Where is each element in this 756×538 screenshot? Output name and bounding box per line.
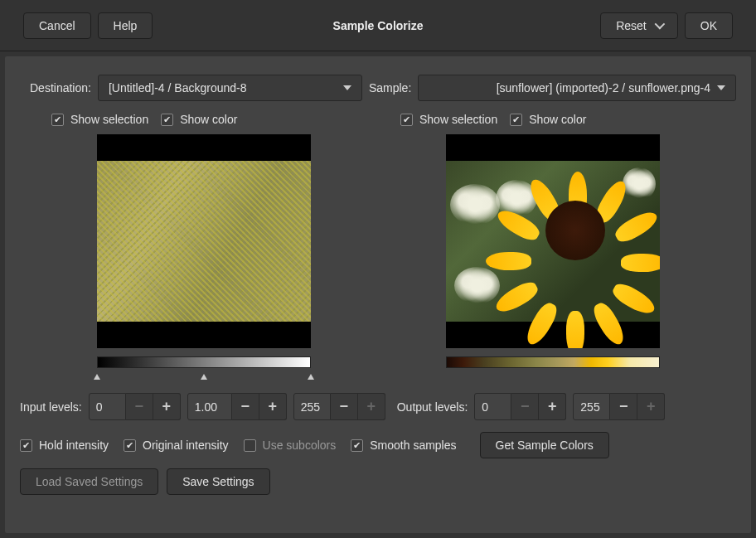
cancel-button[interactable]: Cancel bbox=[23, 12, 91, 39]
dest-show-selection-check[interactable]: Show selection bbox=[51, 113, 148, 126]
output-low-minus[interactable]: − bbox=[511, 393, 539, 420]
chevron-down-icon bbox=[654, 19, 665, 30]
output-low-plus[interactable]: + bbox=[539, 393, 566, 420]
input-gamma-plus[interactable]: + bbox=[259, 393, 287, 420]
sample-select[interactable]: [sunflower] (imported)-2 / sunflower.png… bbox=[418, 75, 736, 101]
input-high-minus[interactable]: − bbox=[331, 393, 358, 420]
content-area: Destination: [Untitled]-4 / Background-8… bbox=[5, 56, 751, 533]
destination-select[interactable]: [Untitled]-4 / Background-8 bbox=[98, 75, 362, 101]
dialog-title: Sample Colorize bbox=[333, 19, 424, 32]
output-levels-label: Output levels: bbox=[397, 400, 468, 414]
input-low-field[interactable] bbox=[89, 393, 126, 420]
sample-column: Show selection Show color bbox=[384, 113, 721, 380]
output-high-field[interactable] bbox=[573, 393, 610, 420]
input-level-slider[interactable] bbox=[97, 371, 311, 380]
destination-preview bbox=[97, 134, 311, 348]
output-high-plus[interactable]: + bbox=[637, 393, 665, 420]
sample-label: Sample: bbox=[369, 81, 411, 95]
output-high-minus[interactable]: − bbox=[610, 393, 637, 420]
destination-column: Show selection Show color bbox=[35, 113, 372, 380]
output-level-slider[interactable] bbox=[446, 371, 660, 380]
smooth-samples-check[interactable]: Smooth samples bbox=[351, 439, 456, 452]
triangle-down-icon bbox=[343, 85, 351, 90]
input-high-plus[interactable]: + bbox=[358, 393, 385, 420]
destination-label: Destination: bbox=[30, 81, 91, 95]
sample-show-color-check[interactable]: Show color bbox=[510, 113, 586, 126]
sample-preview bbox=[446, 134, 660, 348]
input-gamma-field[interactable] bbox=[187, 393, 232, 420]
input-levels-label: Input levels: bbox=[20, 400, 82, 414]
input-gradient[interactable] bbox=[97, 356, 311, 368]
sample-colorize-dialog: Cancel Help Sample Colorize Reset OK Des… bbox=[0, 0, 756, 538]
input-low-plus[interactable]: + bbox=[153, 393, 181, 420]
help-button[interactable]: Help bbox=[98, 12, 153, 39]
hold-intensity-check[interactable]: Hold intensity bbox=[20, 439, 109, 452]
reset-button[interactable]: Reset bbox=[600, 12, 678, 39]
input-low-minus[interactable]: − bbox=[126, 393, 153, 420]
titlebar: Cancel Help Sample Colorize Reset OK bbox=[0, 0, 756, 51]
ok-button[interactable]: OK bbox=[685, 12, 733, 39]
use-subcolors-check[interactable]: Use subcolors bbox=[244, 439, 337, 452]
output-low-field[interactable] bbox=[474, 393, 511, 420]
sample-gradient[interactable] bbox=[446, 356, 660, 368]
original-intensity-check[interactable]: Original intensity bbox=[124, 439, 229, 452]
load-saved-settings-button[interactable]: Load Saved Settings bbox=[20, 468, 158, 495]
input-high-field[interactable] bbox=[293, 393, 331, 420]
sample-show-selection-check[interactable]: Show selection bbox=[400, 113, 497, 126]
get-sample-colors-button[interactable]: Get Sample Colors bbox=[480, 432, 609, 458]
save-settings-button[interactable]: Save Settings bbox=[167, 468, 269, 495]
dest-show-color-check[interactable]: Show color bbox=[161, 113, 237, 126]
input-gamma-minus[interactable]: − bbox=[232, 393, 259, 420]
triangle-down-icon bbox=[717, 85, 725, 90]
